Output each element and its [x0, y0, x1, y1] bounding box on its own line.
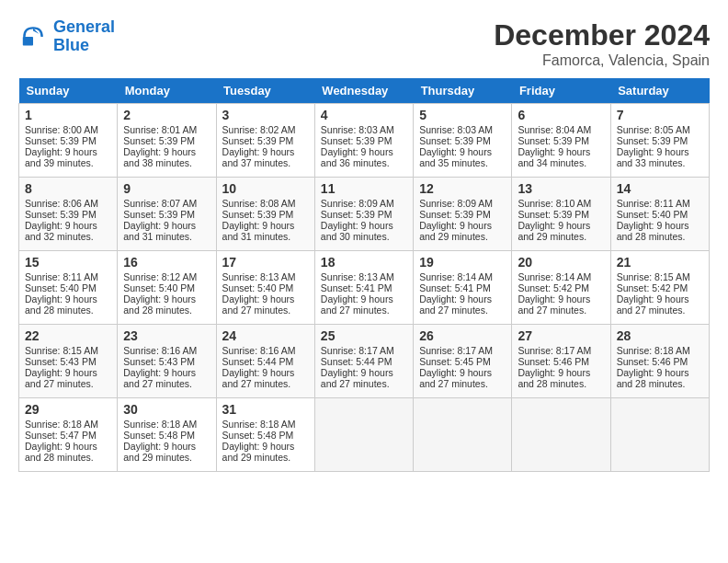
day-number: 5	[419, 108, 506, 122]
calendar-cell: 9Sunrise: 8:07 AMSunset: 5:39 PMDaylight…	[118, 178, 216, 251]
day-header-friday: Friday	[512, 78, 610, 104]
day-number: 9	[123, 181, 210, 196]
day-number: 31	[222, 402, 309, 417]
title-area: December 2024 Famorca, Valencia, Spain	[494, 18, 710, 69]
day-number: 16	[123, 255, 210, 270]
svg-rect-0	[23, 37, 33, 46]
calendar-cell: 18Sunrise: 8:13 AMSunset: 5:41 PMDayligh…	[314, 251, 413, 325]
day-number: 2	[123, 108, 210, 122]
calendar-cell: 28Sunrise: 8:18 AMSunset: 5:46 PMDayligh…	[610, 325, 709, 398]
day-number: 3	[222, 108, 309, 122]
day-number: 10	[222, 181, 309, 196]
calendar-week-1: 1Sunrise: 8:00 AMSunset: 5:39 PMDaylight…	[19, 104, 710, 178]
calendar-cell: 8Sunrise: 8:06 AMSunset: 5:39 PMDaylight…	[19, 178, 118, 251]
calendar-cell: 13Sunrise: 8:10 AMSunset: 5:39 PMDayligh…	[512, 178, 610, 251]
calendar-cell: 30Sunrise: 8:18 AMSunset: 5:48 PMDayligh…	[118, 398, 216, 472]
calendar-cell: 10Sunrise: 8:08 AMSunset: 5:39 PMDayligh…	[216, 178, 314, 251]
day-number: 27	[518, 328, 604, 343]
day-number: 26	[419, 328, 506, 343]
day-number: 22	[25, 328, 111, 343]
day-number: 15	[25, 255, 111, 270]
logo-icon	[18, 22, 48, 52]
day-number: 12	[419, 181, 506, 196]
calendar-cell: 23Sunrise: 8:16 AMSunset: 5:43 PMDayligh…	[118, 325, 216, 398]
calendar-cell	[414, 398, 512, 472]
day-number: 19	[419, 255, 506, 270]
calendar-cell: 21Sunrise: 8:15 AMSunset: 5:42 PMDayligh…	[610, 251, 709, 325]
day-number: 21	[617, 255, 703, 270]
calendar-cell: 16Sunrise: 8:12 AMSunset: 5:40 PMDayligh…	[118, 251, 216, 325]
calendar-week-2: 8Sunrise: 8:06 AMSunset: 5:39 PMDaylight…	[19, 178, 710, 251]
header: General Blue December 2024 Famorca, Vale…	[18, 18, 710, 69]
calendar-cell: 20Sunrise: 8:14 AMSunset: 5:42 PMDayligh…	[512, 251, 610, 325]
day-header-saturday: Saturday	[610, 78, 709, 104]
calendar-cell: 29Sunrise: 8:18 AMSunset: 5:47 PMDayligh…	[19, 398, 118, 472]
day-number: 18	[321, 255, 407, 270]
calendar-cell: 27Sunrise: 8:17 AMSunset: 5:46 PMDayligh…	[512, 325, 610, 398]
calendar-cell: 24Sunrise: 8:16 AMSunset: 5:44 PMDayligh…	[216, 325, 314, 398]
day-header-tuesday: Tuesday	[216, 78, 314, 104]
calendar-cell: 6Sunrise: 8:04 AMSunset: 5:39 PMDaylight…	[512, 104, 610, 178]
calendar-cell: 26Sunrise: 8:17 AMSunset: 5:45 PMDayligh…	[414, 325, 512, 398]
month-title: December 2024	[494, 18, 710, 52]
calendar-cell	[314, 398, 413, 472]
logo: General Blue	[18, 18, 115, 55]
calendar-cell: 15Sunrise: 8:11 AMSunset: 5:40 PMDayligh…	[19, 251, 118, 325]
logo-text: General Blue	[53, 18, 115, 55]
day-number: 8	[25, 181, 111, 196]
day-number: 29	[25, 402, 111, 417]
calendar-week-5: 29Sunrise: 8:18 AMSunset: 5:47 PMDayligh…	[19, 398, 710, 472]
calendar-cell: 11Sunrise: 8:09 AMSunset: 5:39 PMDayligh…	[314, 178, 413, 251]
calendar-cell: 12Sunrise: 8:09 AMSunset: 5:39 PMDayligh…	[414, 178, 512, 251]
day-number: 28	[617, 328, 703, 343]
day-number: 24	[222, 328, 309, 343]
day-number: 1	[25, 108, 111, 122]
day-number: 20	[518, 255, 604, 270]
header-row: SundayMondayTuesdayWednesdayThursdayFrid…	[19, 78, 710, 104]
day-number: 4	[321, 108, 407, 122]
day-number: 6	[518, 108, 604, 122]
calendar-cell: 25Sunrise: 8:17 AMSunset: 5:44 PMDayligh…	[314, 325, 413, 398]
calendar-cell: 31Sunrise: 8:18 AMSunset: 5:48 PMDayligh…	[216, 398, 314, 472]
calendar-cell: 5Sunrise: 8:03 AMSunset: 5:39 PMDaylight…	[414, 104, 512, 178]
day-number: 25	[321, 328, 407, 343]
day-number: 14	[617, 181, 703, 196]
day-header-wednesday: Wednesday	[314, 78, 413, 104]
day-number: 11	[321, 181, 407, 196]
day-number: 23	[123, 328, 210, 343]
calendar-cell: 7Sunrise: 8:05 AMSunset: 5:39 PMDaylight…	[610, 104, 709, 178]
day-header-monday: Monday	[118, 78, 216, 104]
calendar-week-3: 15Sunrise: 8:11 AMSunset: 5:40 PMDayligh…	[19, 251, 710, 325]
calendar-table: SundayMondayTuesdayWednesdayThursdayFrid…	[18, 78, 710, 472]
day-header-sunday: Sunday	[19, 78, 118, 104]
calendar-cell: 22Sunrise: 8:15 AMSunset: 5:43 PMDayligh…	[19, 325, 118, 398]
calendar-cell	[610, 398, 709, 472]
calendar-cell: 4Sunrise: 8:03 AMSunset: 5:39 PMDaylight…	[314, 104, 413, 178]
calendar-cell: 17Sunrise: 8:13 AMSunset: 5:40 PMDayligh…	[216, 251, 314, 325]
location-title: Famorca, Valencia, Spain	[494, 52, 710, 69]
calendar-cell: 14Sunrise: 8:11 AMSunset: 5:40 PMDayligh…	[610, 178, 709, 251]
day-number: 13	[518, 181, 604, 196]
calendar-cell: 2Sunrise: 8:01 AMSunset: 5:39 PMDaylight…	[118, 104, 216, 178]
day-number: 17	[222, 255, 309, 270]
day-header-thursday: Thursday	[414, 78, 512, 104]
day-number: 7	[617, 108, 703, 122]
day-number: 30	[123, 402, 210, 417]
calendar-cell: 3Sunrise: 8:02 AMSunset: 5:39 PMDaylight…	[216, 104, 314, 178]
calendar-week-4: 22Sunrise: 8:15 AMSunset: 5:43 PMDayligh…	[19, 325, 710, 398]
calendar-cell: 1Sunrise: 8:00 AMSunset: 5:39 PMDaylight…	[19, 104, 118, 178]
calendar-cell: 19Sunrise: 8:14 AMSunset: 5:41 PMDayligh…	[414, 251, 512, 325]
calendar-cell	[512, 398, 610, 472]
